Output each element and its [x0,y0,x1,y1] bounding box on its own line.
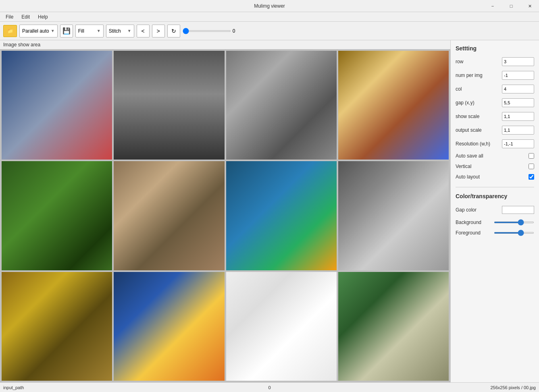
image-cell-10[interactable] [114,272,224,381]
toolbar: 📁 Parallel auto ▼ 💾 Fill ▼ Stitch ▼ < > … [0,22,539,40]
output-scale-label: output scale [456,127,502,133]
image-cell-5[interactable] [2,161,112,270]
image-cell-7[interactable] [226,161,337,270]
status-right: 256x256 pixels / 00.jpg [358,385,536,390]
num-per-img-input[interactable] [502,71,534,80]
foreground-row: Foreground [456,230,534,236]
num-per-img-setting: num per img [456,71,534,80]
image-grid [0,49,450,382]
show-scale-input[interactable] [502,112,534,121]
gap-label: gap (x,y) [456,100,502,106]
settings-title: Settting [456,45,534,52]
image-cell-9[interactable] [2,272,112,381]
gap-setting: gap (x,y) [456,98,534,107]
vertical-label: Vertical [456,164,529,169]
fill-dropdown-arrow: ▼ [97,29,101,33]
status-center: 0 [181,385,358,390]
color-section-title: Color/transparency [456,193,534,199]
background-slider[interactable] [494,222,534,223]
section-divider [456,187,534,187]
prev-button[interactable]: < [137,25,150,37]
menu-edit[interactable]: Edit [17,13,34,21]
row-input[interactable] [502,57,534,66]
image-cell-4[interactable] [338,51,449,160]
close-button[interactable]: ✕ [520,0,539,12]
titlebar: Mulimg viewer − □ ✕ [0,0,539,12]
resolution-input[interactable] [502,139,534,148]
image-area-label: Image show area [0,40,450,49]
auto-save-all-checkbox[interactable] [529,153,534,159]
stitch-label: Stitch [109,28,121,34]
parallel-auto-dropdown[interactable]: Parallel auto ▼ [19,25,58,37]
statusbar: input_path 0 256x256 pixels / 00.jpg [0,382,539,392]
settings-panel: Settting row num per img col gap (x,y) s… [450,40,539,382]
stitch-dropdown-arrow: ▼ [127,29,131,33]
col-setting: col [456,85,534,93]
menu-help[interactable]: Help [34,13,52,21]
main-area: Image show area Settting row num per [0,40,539,382]
col-input[interactable] [502,85,534,93]
image-cell-8[interactable] [338,161,449,270]
next-button[interactable]: > [152,25,165,37]
parallel-dropdown-arrow: ▼ [51,29,55,33]
minimize-button[interactable]: − [483,0,502,12]
titlebar-title: Mulimg viewer [254,3,285,9]
image-cell-11[interactable] [226,272,337,381]
show-scale-label: show scale [456,114,502,119]
row-setting: row [456,57,534,66]
auto-layout-checkbox[interactable] [529,174,534,180]
num-per-img-label: num per img [456,73,502,78]
menubar: File Edit Help [0,12,539,22]
menu-file[interactable]: File [2,13,17,21]
gap-input[interactable] [502,98,534,107]
gap-color-row: Gap color [456,206,534,214]
image-cell-12[interactable] [338,272,449,381]
fill-label: Fill [78,28,84,34]
save-button[interactable]: 💾 [60,25,73,37]
save-icon: 💾 [62,27,71,35]
parallel-auto-label: Parallel auto [22,28,49,34]
background-row: Background [456,220,534,225]
background-label: Background [456,220,481,225]
fill-dropdown[interactable]: Fill ▼ [75,25,104,37]
slider-value: 0 [233,28,235,34]
restore-button[interactable]: □ [502,0,520,12]
stitch-dropdown[interactable]: Stitch ▼ [106,25,134,37]
image-cell-3[interactable] [226,51,337,160]
vertical-setting: Vertical [456,164,534,169]
output-scale-setting: output scale [456,126,534,135]
foreground-label: Foreground [456,230,481,236]
resolution-label: Resolution (w,h) [456,141,502,147]
row-label: row [456,59,502,64]
auto-save-all-setting: Auto save all [456,153,534,159]
gap-color-swatch[interactable] [502,206,534,214]
titlebar-controls: − □ ✕ [483,0,539,12]
resolution-setting: Resolution (w,h) [456,139,534,148]
vertical-checkbox[interactable] [529,164,534,169]
status-left: input_path [3,385,181,390]
folder-icon: 📁 [7,28,13,34]
image-cell-6[interactable] [114,161,224,270]
image-cell-1[interactable] [2,51,112,160]
open-folder-button[interactable]: 📁 [3,25,17,37]
auto-layout-setting: Auto layout [456,174,534,180]
col-label: col [456,86,502,92]
foreground-slider[interactable] [494,232,534,234]
refresh-button[interactable]: ↻ [167,25,180,37]
auto-layout-label: Auto layout [456,174,529,180]
image-cell-2[interactable] [114,51,224,160]
output-scale-input[interactable] [502,126,534,135]
show-scale-setting: show scale [456,112,534,121]
zoom-slider-container: 0 [183,28,235,34]
zoom-slider[interactable] [183,30,231,32]
gap-color-label: Gap color [456,207,477,213]
auto-save-all-label: Auto save all [456,153,529,159]
image-display-area: Image show area [0,40,450,382]
